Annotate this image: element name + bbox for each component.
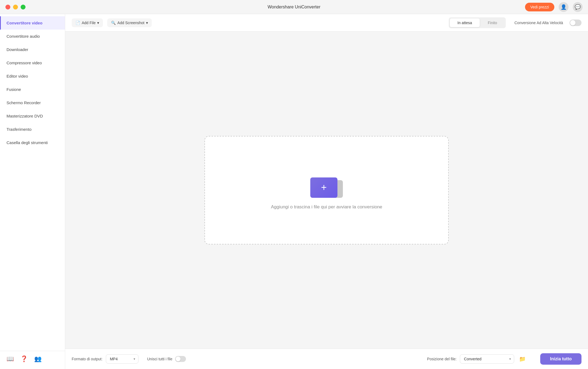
book-icon[interactable]: 📖 — [7, 355, 14, 362]
title-bar: Wondershare UniConverter Vedi prezzi 👤 💬 — [0, 0, 588, 14]
add-screenshot-chevron-icon: ▾ — [146, 21, 148, 25]
toolbar: 📄 Add File ▾ 🔍 Add Screenshot ▾ In attes… — [65, 14, 588, 31]
tab-in-attesa[interactable]: In attesa — [450, 18, 480, 27]
browse-folder-button[interactable]: 📁 — [517, 354, 527, 364]
add-screenshot-label: Add Screenshot — [117, 21, 144, 25]
sidebar-item-downloader[interactable]: Downloader — [0, 43, 65, 56]
sidebar-item-casella-degli-strumenti[interactable]: Casella degli strumenti — [0, 136, 65, 149]
add-file-chevron-icon: ▾ — [97, 21, 99, 25]
message-icon[interactable]: 💬 — [573, 2, 583, 12]
bottom-bar: Formato di output: MP4 MKV AVI MOV Unisc… — [65, 349, 588, 369]
sidebar-item-masterizzatore-dvd[interactable]: Masterizzatore DVD — [0, 109, 65, 123]
title-bar-right: Vedi prezzi 👤 💬 — [525, 2, 583, 12]
close-button[interactable] — [5, 5, 10, 9]
users-icon[interactable]: 👥 — [34, 355, 42, 362]
format-label: Formato di output: — [72, 357, 103, 361]
sidebar-item-fusione[interactable]: Fusione — [0, 83, 65, 96]
drop-zone-text: Aggiungi o trascina i file qui per avvia… — [271, 204, 382, 210]
minimize-button[interactable] — [13, 5, 18, 9]
tab-finito[interactable]: Finito — [480, 18, 505, 27]
main-content: 📄 Add File ▾ 🔍 Add Screenshot ▾ In attes… — [65, 14, 588, 369]
app-title: Wondershare UniConverter — [268, 5, 320, 9]
format-select-wrapper: MP4 MKV AVI MOV — [106, 354, 138, 364]
help-icon[interactable]: ❓ — [20, 355, 28, 362]
sidebar-item-editor-video[interactable]: Editor video — [0, 69, 65, 83]
add-file-icon: 📄 — [75, 21, 80, 25]
sidebar-item-convertitore-video[interactable]: Convertitore video — [0, 16, 65, 30]
speed-toggle[interactable] — [570, 20, 581, 26]
location-select-wrapper: Converted Desktop Downloads — [460, 354, 514, 364]
tab-group: In attesa Finito — [449, 17, 506, 28]
sidebar-item-convertitore-audio[interactable]: Convertitore audio — [0, 30, 65, 43]
window-controls — [5, 5, 26, 9]
add-screenshot-button[interactable]: 🔍 Add Screenshot ▾ — [107, 18, 152, 27]
add-screenshot-icon: 🔍 — [111, 21, 116, 25]
start-all-button[interactable]: Inizia tutto — [540, 353, 581, 365]
location-label: Posizione del file: — [427, 357, 457, 361]
user-avatar[interactable]: 👤 — [559, 2, 568, 12]
location-select[interactable]: Converted Desktop Downloads — [460, 354, 514, 364]
sidebar-item-compressore-video[interactable]: Compressore video — [0, 56, 65, 69]
drop-zone-area: + Aggiungi o trascina i file qui per avv… — [65, 31, 588, 349]
folder-icon: + — [310, 171, 343, 198]
sidebar-item-schermo-recorder[interactable]: Schermo Recorder — [0, 96, 65, 109]
folder-front: + — [310, 177, 337, 198]
folder-browse-icon: 📁 — [519, 356, 526, 362]
vedi-prezzi-button[interactable]: Vedi prezzi — [525, 3, 554, 11]
add-file-label: Add File — [82, 21, 96, 25]
add-file-button[interactable]: 📄 Add File ▾ — [72, 18, 103, 27]
format-select[interactable]: MP4 MKV AVI MOV — [106, 354, 138, 364]
app-body: Convertitore video Convertitore audio Do… — [0, 14, 588, 369]
format-group: Formato di output: MP4 MKV AVI MOV — [72, 354, 138, 364]
maximize-button[interactable] — [21, 5, 26, 9]
merge-group: Unisci tutti i file — [147, 356, 186, 362]
location-group: Posizione del file: Converted Desktop Do… — [427, 354, 527, 364]
sidebar-item-trasferimento[interactable]: Trasferimento — [0, 123, 65, 136]
sidebar: Convertitore video Convertitore audio Do… — [0, 14, 65, 369]
sidebar-bottom: 📖 ❓ 👥 — [0, 351, 65, 367]
speed-label: Conversione Ad Alta Velocità — [514, 21, 563, 25]
merge-toggle[interactable] — [175, 356, 186, 362]
merge-label: Unisci tutti i file — [147, 357, 172, 361]
drop-zone[interactable]: + Aggiungi o trascina i file qui per avv… — [204, 136, 449, 244]
